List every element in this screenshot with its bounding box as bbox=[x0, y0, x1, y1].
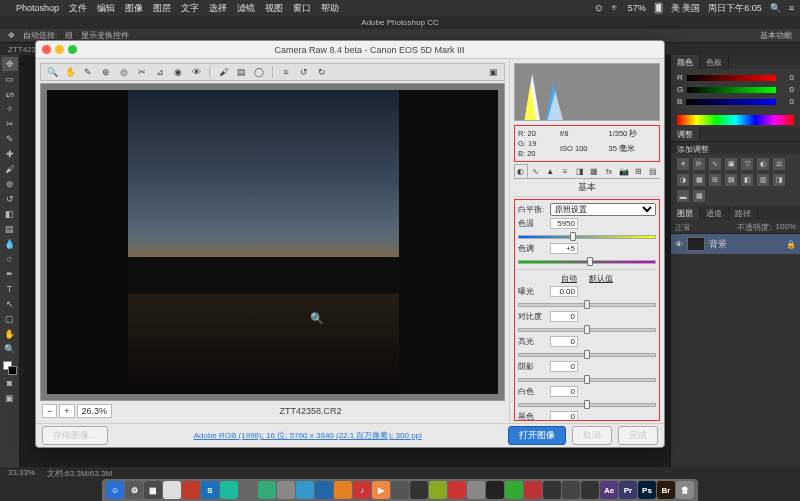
dock-app-27[interactable]: Pr bbox=[619, 481, 637, 499]
dock-app-20[interactable] bbox=[486, 481, 504, 499]
cr-tab-fx[interactable]: fx bbox=[602, 164, 616, 178]
cr-sampler-tool[interactable]: ⊕ bbox=[99, 65, 113, 79]
adj-photo-icon[interactable]: ▦ bbox=[693, 174, 705, 186]
wb-select[interactable]: 原照设置 bbox=[550, 203, 656, 216]
adj-exposure-icon[interactable]: ▣ bbox=[725, 158, 737, 170]
channels-tab[interactable]: 通道 bbox=[700, 206, 729, 220]
cr-radial-tool[interactable]: ◯ bbox=[252, 65, 266, 79]
dock-app-24[interactable] bbox=[562, 481, 580, 499]
cr-target-tool[interactable]: ◎ bbox=[117, 65, 131, 79]
temp-slider[interactable] bbox=[518, 231, 656, 241]
dock-app-3[interactable] bbox=[163, 481, 181, 499]
app-name[interactable]: Photoshop bbox=[16, 3, 59, 13]
menu-layer[interactable]: 图层 bbox=[153, 2, 171, 15]
dock-app-7[interactable] bbox=[239, 481, 257, 499]
menu-edit[interactable]: 编辑 bbox=[97, 2, 115, 15]
brush-tool[interactable]: 🖌 bbox=[2, 162, 18, 176]
layers-tab[interactable]: 图层 bbox=[671, 206, 700, 220]
cr-tab-hsl[interactable]: ≡ bbox=[558, 164, 572, 178]
opacity-value[interactable]: 100% bbox=[776, 222, 796, 231]
path-tool[interactable]: ↖ bbox=[2, 297, 18, 311]
adj-bw-icon[interactable]: ◑ bbox=[677, 174, 689, 186]
cr-wb-tool[interactable]: ✎ bbox=[81, 65, 95, 79]
dock-app-23[interactable] bbox=[543, 481, 561, 499]
cr-tab-lens[interactable]: ▦ bbox=[588, 164, 602, 178]
dock-app-12[interactable] bbox=[334, 481, 352, 499]
dock-app-4[interactable] bbox=[182, 481, 200, 499]
dock-app-21[interactable] bbox=[505, 481, 523, 499]
cr-zoom-minus[interactable]: − bbox=[42, 404, 57, 418]
hue-strip[interactable] bbox=[677, 115, 794, 125]
menu-help[interactable]: 帮助 bbox=[321, 2, 339, 15]
wifi-icon[interactable]: ᯤ bbox=[611, 3, 620, 13]
shadows-slider[interactable] bbox=[518, 374, 656, 384]
cr-zoom-tool[interactable]: 🔍 bbox=[45, 65, 59, 79]
dock-app-11[interactable] bbox=[315, 481, 333, 499]
cr-redeye-tool[interactable]: 👁 bbox=[189, 65, 203, 79]
cr-rotate-cw-tool[interactable]: ↻ bbox=[315, 65, 329, 79]
dock-app-28[interactable]: Ps bbox=[638, 481, 656, 499]
menu-image[interactable]: 图像 bbox=[125, 2, 143, 15]
menu-select[interactable]: 选择 bbox=[209, 2, 227, 15]
whites-value[interactable]: 0 bbox=[550, 386, 578, 397]
layer-thumbnail[interactable] bbox=[687, 237, 705, 251]
blend-mode[interactable]: 正常 bbox=[675, 222, 691, 231]
cr-tab-basic[interactable]: ◐ bbox=[514, 164, 528, 178]
dock-app-6[interactable] bbox=[220, 481, 238, 499]
adj-lookup-icon[interactable]: ▤ bbox=[725, 174, 737, 186]
dock-app-29[interactable]: Br bbox=[657, 481, 675, 499]
dock-app-22[interactable] bbox=[524, 481, 542, 499]
exposure-value[interactable]: 0.00 bbox=[550, 286, 578, 297]
dock-app-19[interactable] bbox=[467, 481, 485, 499]
lock-icon[interactable]: 🔒 bbox=[786, 240, 796, 249]
history-brush-tool[interactable]: ↺ bbox=[2, 192, 18, 206]
menu-window[interactable]: 窗口 bbox=[293, 2, 311, 15]
workflow-link[interactable]: Adobe RGB (1998); 16 位; 5760 x 3840 (22.… bbox=[114, 430, 502, 441]
dock-app-0[interactable]: ☺ bbox=[106, 481, 124, 499]
eyedropper-tool[interactable]: ✎ bbox=[2, 132, 18, 146]
cr-straighten-tool[interactable]: ⊿ bbox=[153, 65, 167, 79]
done-button[interactable]: 完成 bbox=[618, 426, 658, 445]
cr-crop-tool[interactable]: ✂ bbox=[135, 65, 149, 79]
dock-app-10[interactable] bbox=[296, 481, 314, 499]
wand-tool[interactable]: ✧ bbox=[2, 102, 18, 116]
dock-app-13[interactable]: ♪ bbox=[353, 481, 371, 499]
menu-type[interactable]: 文字 bbox=[181, 2, 199, 15]
menu-file[interactable]: 文件 bbox=[69, 2, 87, 15]
adj-poster-icon[interactable]: ▥ bbox=[757, 174, 769, 186]
dodge-tool[interactable]: ○ bbox=[2, 252, 18, 266]
cr-titlebar[interactable]: Camera Raw 8.4 beta - Canon EOS 5D Mark … bbox=[36, 41, 664, 59]
adj-gradmap-icon[interactable]: ▬ bbox=[677, 190, 689, 202]
heal-tool[interactable]: ✚ bbox=[2, 147, 18, 161]
cr-prefs-tool[interactable]: ≡ bbox=[279, 65, 293, 79]
adj-curves-icon[interactable]: ∿ bbox=[709, 158, 721, 170]
tint-value[interactable]: +5 bbox=[550, 243, 578, 254]
eraser-tool[interactable]: ◧ bbox=[2, 207, 18, 221]
save-image-button[interactable]: 存储图像... bbox=[42, 426, 108, 445]
dock-app-14[interactable]: ▶ bbox=[372, 481, 390, 499]
window-minimize-button[interactable] bbox=[55, 45, 64, 54]
status-zoom[interactable]: 33.33% bbox=[8, 468, 35, 478]
adj-levels-icon[interactable]: ⊪ bbox=[693, 158, 705, 170]
visibility-icon[interactable]: 👁 bbox=[675, 240, 683, 249]
highlights-value[interactable]: 0 bbox=[550, 336, 578, 347]
input-locale[interactable]: 美 美国 bbox=[671, 2, 701, 15]
lasso-tool[interactable]: ᔕ bbox=[2, 87, 18, 101]
blur-tool[interactable]: 💧 bbox=[2, 237, 18, 251]
cr-tab-curve[interactable]: ∿ bbox=[529, 164, 543, 178]
gradient-tool[interactable]: ▤ bbox=[2, 222, 18, 236]
dock-app-16[interactable] bbox=[410, 481, 428, 499]
auto-link[interactable]: 自动 bbox=[561, 273, 577, 284]
cr-rotate-ccw-tool[interactable]: ↺ bbox=[297, 65, 311, 79]
dock-app-1[interactable]: ⚙ bbox=[125, 481, 143, 499]
cr-tab-split[interactable]: ◨ bbox=[573, 164, 587, 178]
adj-invert-icon[interactable]: ◧ bbox=[741, 174, 753, 186]
dock-app-2[interactable]: ▦ bbox=[144, 481, 162, 499]
cr-grad-tool[interactable]: ▤ bbox=[234, 65, 248, 79]
b-value[interactable]: 0 bbox=[780, 97, 794, 106]
menu-extras-icon[interactable]: ≡ bbox=[789, 3, 794, 13]
dock-app-9[interactable] bbox=[277, 481, 295, 499]
pen-tool[interactable]: ✒ bbox=[2, 267, 18, 281]
cr-tab-snap[interactable]: ▤ bbox=[646, 164, 660, 178]
open-image-button[interactable]: 打开图像 bbox=[508, 426, 566, 445]
